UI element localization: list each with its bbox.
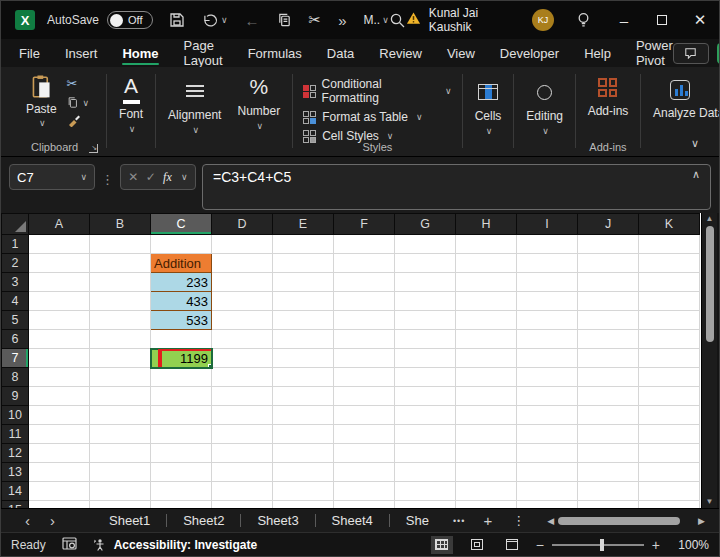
cell-h6[interactable] bbox=[456, 330, 517, 349]
cell-f6[interactable] bbox=[334, 330, 395, 349]
select-all-corner[interactable] bbox=[2, 214, 29, 235]
cell-h13[interactable] bbox=[456, 463, 517, 482]
cell-b8[interactable] bbox=[90, 368, 151, 387]
cell-b12[interactable] bbox=[90, 444, 151, 463]
cell-a12[interactable] bbox=[29, 444, 90, 463]
cell-g5[interactable] bbox=[395, 311, 456, 330]
cell-j4[interactable] bbox=[578, 292, 639, 311]
sheet-tab-sheet2[interactable]: Sheet2 bbox=[167, 513, 240, 528]
scroll-down-icon[interactable]: ▼ bbox=[706, 497, 714, 507]
tab-formulas[interactable]: Formulas bbox=[248, 42, 302, 65]
next-sheet-icon[interactable]: › bbox=[40, 512, 65, 529]
cell-a7[interactable] bbox=[29, 349, 90, 368]
row-header-9[interactable]: 9 bbox=[2, 387, 29, 406]
cell-k1[interactable] bbox=[639, 235, 700, 254]
cell-d9[interactable] bbox=[212, 387, 273, 406]
cell-c7[interactable]: 1199 bbox=[151, 349, 212, 368]
cell-d15[interactable] bbox=[212, 501, 273, 509]
scroll-left-icon[interactable]: ◀ bbox=[543, 516, 558, 526]
scroll-right-icon[interactable]: ▶ bbox=[694, 516, 709, 526]
cell-k2[interactable] bbox=[639, 254, 700, 273]
cell-i7[interactable] bbox=[517, 349, 578, 368]
cell-d5[interactable] bbox=[212, 311, 273, 330]
cell-b7[interactable] bbox=[90, 349, 151, 368]
cell-j14[interactable] bbox=[578, 482, 639, 501]
cell-e10[interactable] bbox=[273, 406, 334, 425]
cell-b9[interactable] bbox=[90, 387, 151, 406]
cell-k10[interactable] bbox=[639, 406, 700, 425]
zoom-slider-thumb[interactable] bbox=[600, 539, 604, 551]
sheet-options-icon[interactable]: ⋮ bbox=[502, 513, 535, 528]
row-header-1[interactable]: 1 bbox=[2, 235, 29, 254]
cell-g7[interactable] bbox=[395, 349, 456, 368]
cell-f1[interactable] bbox=[334, 235, 395, 254]
cell-i10[interactable] bbox=[517, 406, 578, 425]
cell-k3[interactable] bbox=[639, 273, 700, 292]
qat-overflow-icon[interactable]: » bbox=[338, 12, 346, 29]
column-header-h[interactable]: H bbox=[456, 214, 517, 235]
cell-k8[interactable] bbox=[639, 368, 700, 387]
sheet-tab-sheet3[interactable]: Sheet3 bbox=[241, 513, 314, 528]
cell-c4[interactable]: 433 bbox=[151, 292, 212, 311]
cell-b10[interactable] bbox=[90, 406, 151, 425]
enter-icon[interactable]: ✓ bbox=[146, 170, 156, 184]
row-header-11[interactable]: 11 bbox=[2, 425, 29, 444]
cell-j3[interactable] bbox=[578, 273, 639, 292]
cell-h1[interactable] bbox=[456, 235, 517, 254]
cell-i8[interactable] bbox=[517, 368, 578, 387]
row-header-13[interactable]: 13 bbox=[2, 463, 29, 482]
cell-j6[interactable] bbox=[578, 330, 639, 349]
cell-i4[interactable] bbox=[517, 292, 578, 311]
cell-h5[interactable] bbox=[456, 311, 517, 330]
alignment-group-button[interactable]: Alignment ∨ bbox=[160, 72, 229, 156]
cell-j11[interactable] bbox=[578, 425, 639, 444]
cell-a1[interactable] bbox=[29, 235, 90, 254]
tab-view[interactable]: View bbox=[447, 42, 475, 65]
sheet-tab-she[interactable]: She bbox=[390, 513, 445, 528]
copy-icon[interactable] bbox=[277, 12, 292, 28]
vertical-scrollbar[interactable]: ▲ ▼ bbox=[701, 213, 717, 508]
cell-g1[interactable] bbox=[395, 235, 456, 254]
cell-g14[interactable] bbox=[395, 482, 456, 501]
cell-g9[interactable] bbox=[395, 387, 456, 406]
undo-icon[interactable]: ∨ bbox=[202, 13, 228, 28]
cell-b1[interactable] bbox=[90, 235, 151, 254]
cell-h4[interactable] bbox=[456, 292, 517, 311]
cell-d1[interactable] bbox=[212, 235, 273, 254]
cell-d8[interactable] bbox=[212, 368, 273, 387]
cell-a4[interactable] bbox=[29, 292, 90, 311]
cell-j1[interactable] bbox=[578, 235, 639, 254]
cell-e9[interactable] bbox=[273, 387, 334, 406]
cell-j13[interactable] bbox=[578, 463, 639, 482]
cell-e13[interactable] bbox=[273, 463, 334, 482]
cell-g3[interactable] bbox=[395, 273, 456, 292]
column-header-f[interactable]: F bbox=[334, 214, 395, 235]
prev-sheet-icon[interactable]: ‹ bbox=[15, 512, 40, 529]
cell-e1[interactable] bbox=[273, 235, 334, 254]
cell-c6[interactable] bbox=[151, 330, 212, 349]
cell-g6[interactable] bbox=[395, 330, 456, 349]
cell-a10[interactable] bbox=[29, 406, 90, 425]
cell-i2[interactable] bbox=[517, 254, 578, 273]
cell-h9[interactable] bbox=[456, 387, 517, 406]
cell-j8[interactable] bbox=[578, 368, 639, 387]
cell-d7[interactable] bbox=[212, 349, 273, 368]
cell-k4[interactable] bbox=[639, 292, 700, 311]
cell-e12[interactable] bbox=[273, 444, 334, 463]
formula-input[interactable]: =C3+C4+C5 ∧ bbox=[202, 164, 711, 210]
cell-a6[interactable] bbox=[29, 330, 90, 349]
sheet-tab-sheet4[interactable]: Sheet4 bbox=[316, 513, 389, 528]
cell-c1[interactable] bbox=[151, 235, 212, 254]
cell-d11[interactable] bbox=[212, 425, 273, 444]
cell-c12[interactable] bbox=[151, 444, 212, 463]
cell-g4[interactable] bbox=[395, 292, 456, 311]
tab-insert[interactable]: Insert bbox=[65, 42, 98, 65]
cell-a3[interactable] bbox=[29, 273, 90, 292]
cell-g2[interactable] bbox=[395, 254, 456, 273]
cell-g8[interactable] bbox=[395, 368, 456, 387]
cell-c3[interactable]: 233 bbox=[151, 273, 212, 292]
cell-i1[interactable] bbox=[517, 235, 578, 254]
cell-f4[interactable] bbox=[334, 292, 395, 311]
cell-f11[interactable] bbox=[334, 425, 395, 444]
cell-c13[interactable] bbox=[151, 463, 212, 482]
